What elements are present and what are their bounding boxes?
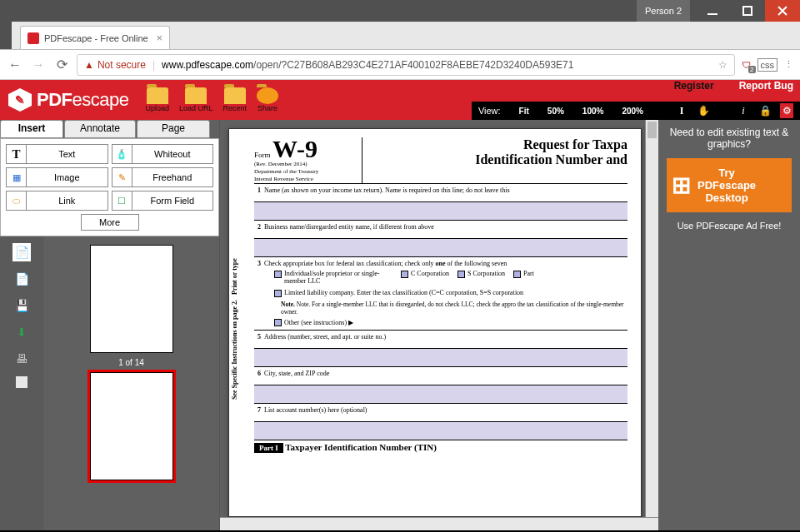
image-icon: ▦	[7, 168, 27, 186]
tool-formfield[interactable]: ☐Form Field	[112, 191, 214, 211]
tool-whiteout[interactable]: 🧴Whiteout	[112, 144, 214, 164]
pencil-icon: ✎	[112, 168, 132, 186]
nav-forward-button: →	[30, 57, 47, 72]
thumbnail-label: 1 of 14	[118, 358, 144, 367]
css-extension-badge[interactable]: css	[758, 58, 778, 72]
checkbox[interactable]	[513, 271, 521, 278]
whiteout-icon: 🧴	[112, 145, 132, 163]
settings-gear-icon[interactable]: ⚙	[780, 103, 793, 118]
text-cursor-icon[interactable]: I	[675, 105, 688, 117]
formfield-icon: ☐	[112, 191, 132, 210]
tool-link[interactable]: ⬭Link	[6, 191, 108, 211]
security-warning: ▲Not secure	[84, 59, 146, 71]
window-minimize-button[interactable]	[695, 0, 730, 22]
pdf-page[interactable]: See Specific Instructions on page 2. Pri…	[228, 128, 642, 517]
svg-rect-0	[708, 13, 718, 15]
nav-reload-button[interactable]: ⟳	[53, 57, 70, 72]
tab-title: PDFescape - Free Online	[44, 33, 156, 43]
window-close-button[interactable]	[765, 0, 800, 22]
upload-button[interactable]: Upload	[145, 87, 169, 112]
browser-profile-badge[interactable]: Person 2	[637, 0, 690, 22]
tool-text[interactable]: TText	[6, 144, 108, 164]
rail-doc-icon[interactable]: 📄	[12, 270, 31, 288]
text-icon: T	[7, 145, 27, 163]
tool-image[interactable]: ▦Image	[6, 167, 108, 187]
adblock-shield-icon[interactable]: 🛡2	[742, 60, 751, 70]
horizontal-scrollbar[interactable]	[220, 517, 658, 530]
rail-print-icon[interactable]: 🖶	[12, 350, 31, 368]
tab-close-icon[interactable]: ×	[156, 32, 162, 44]
promo-headline: Need to edit existing text & graphics?	[665, 127, 793, 150]
hand-tool-icon[interactable]: ✋	[697, 105, 710, 117]
checkbox[interactable]	[274, 271, 282, 278]
svg-rect-1	[743, 7, 752, 15]
zoom-100-button[interactable]: 100%	[578, 107, 609, 116]
rail-save-icon[interactable]: 💾	[12, 296, 31, 315]
page-thumbnail-2[interactable]	[90, 372, 173, 480]
windows-icon: ⊞	[672, 172, 691, 199]
info-icon[interactable]: i	[737, 105, 750, 117]
tool-more-button[interactable]: More	[81, 214, 139, 231]
window-maximize-button[interactable]	[730, 0, 765, 22]
logo-icon: ✎	[8, 88, 32, 112]
report-bug-link[interactable]: Report Bug	[739, 80, 793, 92]
checkbox[interactable]	[274, 290, 282, 297]
checkbox[interactable]	[458, 271, 465, 278]
recent-button[interactable]: Recent	[223, 87, 248, 112]
address-bar[interactable]: ▲Not secure | www.pdfescape.com/open/?C2…	[77, 54, 735, 76]
browser-tab[interactable]: PDFescape - Free Online ×	[20, 26, 170, 49]
view-label: View:	[478, 106, 501, 116]
rail-blank-icon[interactable]	[16, 376, 28, 388]
vertical-scrollbar[interactable]	[645, 120, 658, 517]
link-icon: ⬭	[7, 191, 27, 210]
load-url-button[interactable]: Load URL	[179, 87, 213, 112]
zoom-50-button[interactable]: 50%	[542, 107, 569, 116]
browser-menu-icon[interactable]: ⋮	[784, 59, 793, 70]
nav-back-button[interactable]: ←	[7, 57, 23, 72]
pdfescape-logo[interactable]: ✎ PDFescape	[0, 88, 128, 112]
side-instructions: See Specific Instructions on page 2. Pri…	[231, 246, 238, 412]
zoom-200-button[interactable]: 200%	[617, 107, 648, 116]
warning-icon: ▲	[84, 59, 94, 71]
tab-page[interactable]: Page	[137, 120, 210, 138]
favicon-icon	[28, 32, 39, 44]
lock-icon[interactable]: 🔒	[758, 105, 772, 117]
share-button[interactable]: Share	[257, 87, 278, 112]
tab-insert[interactable]: Insert	[0, 120, 63, 138]
tab-annotate[interactable]: Annotate	[64, 120, 136, 138]
checkbox[interactable]	[401, 271, 408, 278]
rail-pages-icon[interactable]: 📄	[12, 243, 31, 261]
checkbox[interactable]	[274, 319, 282, 326]
rail-download-icon[interactable]: ⬇	[12, 323, 31, 341]
zoom-fit-button[interactable]: Fit	[514, 107, 534, 116]
page-thumbnail-1[interactable]	[90, 245, 173, 353]
try-desktop-button[interactable]: ⊞ TryPDFescapeDesktop	[667, 158, 792, 212]
adfree-link[interactable]: Use PDFescape Ad Free!	[678, 221, 782, 231]
tool-freehand[interactable]: ✎Freehand	[112, 167, 214, 187]
bookmark-star-icon[interactable]: ☆	[718, 59, 728, 71]
register-link[interactable]: Register	[674, 80, 714, 92]
